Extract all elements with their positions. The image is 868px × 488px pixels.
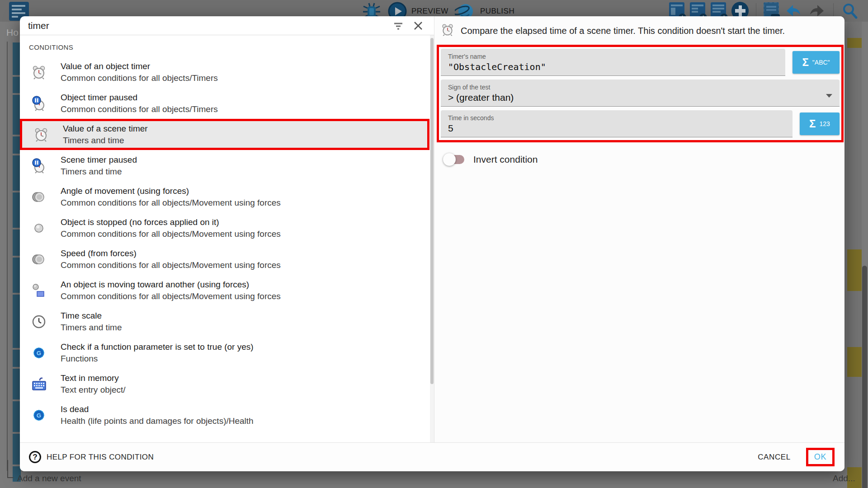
invert-condition-toggle[interactable] [444, 155, 464, 164]
time-in-seconds-field[interactable]: Time in seconds 5 [441, 110, 793, 137]
sign-of-test-label: Sign of the test [448, 84, 832, 91]
condition-group: Health (life points and damages for obje… [61, 415, 254, 427]
event-tree-guide [7, 42, 8, 471]
help-button[interactable]: ? HELP FOR THIS CONDITION [29, 451, 154, 463]
condition-title: Is dead [61, 404, 254, 415]
string-expression-button[interactable]: Σ "ABC" [793, 51, 840, 74]
list-item[interactable]: Time scale Timers and time [20, 306, 429, 337]
list-item[interactable]: Angle of movement (using forces) Common … [20, 181, 429, 212]
alarm-clock-icon [441, 23, 454, 38]
timer-paused-icon [29, 158, 49, 174]
highlight-block [847, 347, 862, 377]
single-disc-icon [29, 221, 49, 236]
gear-function-icon: G [29, 345, 49, 361]
condition-group: Common conditions for all objects/Moveme… [61, 259, 281, 271]
condition-group: Common conditions for all objects/Timers [61, 72, 218, 84]
condition-list-pane: CONDITIONS [20, 16, 434, 442]
timer-paused-icon [29, 96, 49, 111]
moving-toward-icon [29, 283, 49, 298]
list-item[interactable]: Value of an object timer Common conditio… [20, 56, 429, 88]
condition-group: Common conditions for all objects/Moveme… [61, 291, 281, 302]
time-in-seconds-value[interactable]: 5 [448, 123, 785, 134]
publish-label: PUBLISH [480, 7, 514, 16]
timer-name-label: Timer's name [448, 53, 778, 60]
preview-label: PREVIEW [411, 7, 448, 16]
cancel-button[interactable]: CANCEL [758, 453, 791, 462]
sigma-icon: Σ [802, 56, 808, 69]
search-input[interactable] [28, 20, 384, 31]
list-item-selected[interactable]: Value of a scene timer Timers and time [20, 119, 429, 150]
list-item[interactable]: G Check if a function parameter is set t… [20, 337, 429, 368]
condition-title: Scene timer paused [61, 154, 137, 166]
condition-group: Functions [61, 353, 254, 364]
list-item[interactable]: Text in memory Text entry object/ [20, 368, 429, 399]
condition-title: An object is moving toward another (usin… [61, 279, 281, 291]
list-item[interactable]: An object is moving toward another (usin… [20, 275, 429, 306]
home-tab[interactable]: Ho [6, 27, 19, 38]
condition-title: Text in memory [61, 372, 126, 384]
add-new-event-button[interactable]: Add a new event [17, 474, 81, 483]
alarm-clock-icon [29, 65, 49, 80]
close-icon[interactable] [412, 20, 424, 32]
timer-name-field[interactable]: Timer's name "ObstacleCreation" [441, 49, 785, 76]
search-bar [20, 16, 434, 35]
keyboard-icon [29, 376, 49, 392]
condition-group: Text entry object/ [61, 384, 126, 395]
highlight-block [847, 249, 862, 291]
condition-editor-dialog: CONDITIONS [20, 16, 844, 471]
double-disc-icon [29, 189, 49, 205]
event-tree-guide [7, 460, 8, 478]
filter-icon[interactable] [392, 20, 404, 32]
condition-title: Value of an object timer [61, 61, 218, 72]
sign-of-test-select[interactable]: Sign of the test > (greater than) [441, 80, 840, 107]
condition-title: Value of a scene timer [63, 123, 148, 135]
condition-title: Object is stopped (no forces applied on … [61, 216, 281, 228]
time-in-seconds-label: Time in seconds [448, 114, 785, 122]
ok-button[interactable]: OK [814, 452, 826, 461]
double-disc-icon [29, 252, 49, 267]
condition-title: Speed (from forces) [61, 248, 281, 259]
help-icon: ? [29, 451, 41, 463]
annotation-box-fields: Timer's name "ObstacleCreation" Σ "ABC" … [437, 45, 844, 142]
list-item[interactable]: Object timer paused Common conditions fo… [20, 88, 429, 119]
condition-group: Common conditions for all objects/Moveme… [61, 197, 281, 208]
conditions-section-label: CONDITIONS [20, 35, 429, 56]
list-scrollbar[interactable] [430, 35, 434, 442]
highlight-block [847, 38, 862, 48]
svg-text:G: G [37, 412, 41, 418]
condition-description: Compare the elapsed time of a scene time… [461, 26, 785, 36]
condition-group: Timers and time [63, 135, 148, 146]
condition-title: Object timer paused [61, 92, 218, 103]
chevron-down-icon [826, 94, 832, 98]
alarm-clock-icon [31, 127, 51, 142]
timer-name-value[interactable]: "ObstacleCreation" [448, 61, 778, 72]
clock-icon [29, 314, 49, 329]
svg-text:G: G [37, 349, 41, 356]
invert-condition-label: Invert condition [473, 154, 538, 165]
conditions-list: CONDITIONS [20, 35, 434, 442]
condition-title: Check if a function parameter is set to … [61, 341, 254, 353]
list-item[interactable]: Speed (from forces) Common conditions fo… [20, 244, 429, 275]
gear-function-icon: G [29, 408, 49, 423]
condition-title: Time scale [61, 310, 122, 322]
sign-of-test-value: > (greater than) [448, 92, 832, 103]
condition-title: Angle of movement (using forces) [61, 185, 281, 197]
number-expression-button[interactable]: Σ 123 [800, 113, 840, 135]
list-item[interactable]: Object is stopped (no forces applied on … [20, 212, 429, 244]
list-item[interactable]: Scene timer paused Timers and time [20, 150, 429, 181]
annotation-box-ok: OK [806, 448, 835, 466]
dialog-footer: ? HELP FOR THIS CONDITION CANCEL OK [20, 442, 844, 471]
search-events-icon[interactable] [841, 2, 859, 20]
list-item[interactable]: G Is dead Health (life points and damage… [20, 399, 429, 431]
events-scrollbar[interactable] [862, 266, 867, 488]
condition-group: Common conditions for all objects/Timers [61, 103, 218, 115]
add-action-button[interactable]: Add... [833, 474, 855, 483]
condition-parameters-pane: Compare the elapsed time of a scene time… [434, 16, 844, 442]
condition-group: Common conditions for all objects/Moveme… [61, 228, 281, 239]
sigma-icon: Σ [809, 117, 816, 130]
condition-group: Timers and time [61, 322, 122, 333]
condition-group: Timers and time [61, 166, 137, 177]
event-tree-guide [7, 477, 14, 478]
